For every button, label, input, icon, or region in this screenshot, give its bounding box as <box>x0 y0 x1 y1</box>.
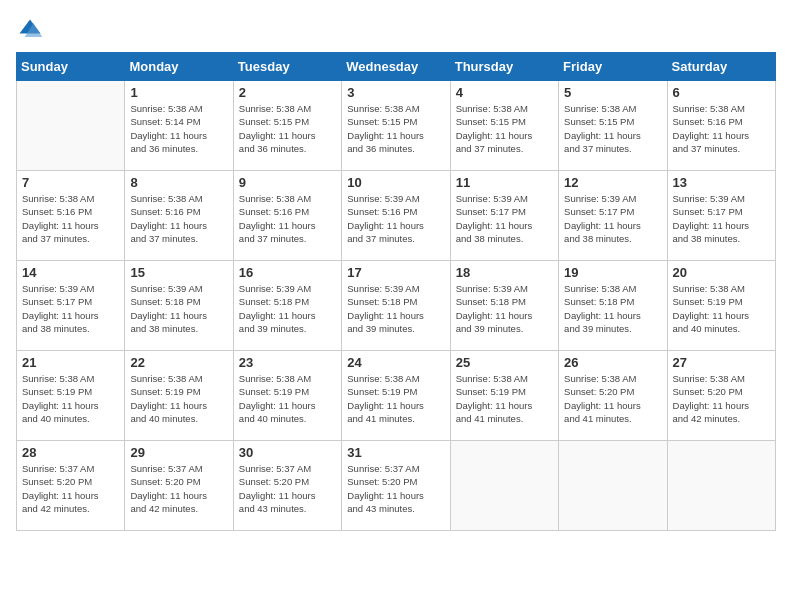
calendar-cell: 11Sunrise: 5:39 AM Sunset: 5:17 PM Dayli… <box>450 171 558 261</box>
calendar-cell: 20Sunrise: 5:38 AM Sunset: 5:19 PM Dayli… <box>667 261 775 351</box>
weekday-header-wednesday: Wednesday <box>342 53 450 81</box>
day-number: 6 <box>673 85 770 100</box>
day-number: 17 <box>347 265 444 280</box>
day-number: 18 <box>456 265 553 280</box>
day-number: 15 <box>130 265 227 280</box>
day-info: Sunrise: 5:38 AM Sunset: 5:16 PM Dayligh… <box>130 192 227 245</box>
calendar-week-row: 14Sunrise: 5:39 AM Sunset: 5:17 PM Dayli… <box>17 261 776 351</box>
day-info: Sunrise: 5:39 AM Sunset: 5:17 PM Dayligh… <box>456 192 553 245</box>
calendar-cell: 12Sunrise: 5:39 AM Sunset: 5:17 PM Dayli… <box>559 171 667 261</box>
calendar-cell: 16Sunrise: 5:39 AM Sunset: 5:18 PM Dayli… <box>233 261 341 351</box>
calendar-cell: 25Sunrise: 5:38 AM Sunset: 5:19 PM Dayli… <box>450 351 558 441</box>
calendar-cell: 24Sunrise: 5:38 AM Sunset: 5:19 PM Dayli… <box>342 351 450 441</box>
calendar-week-row: 28Sunrise: 5:37 AM Sunset: 5:20 PM Dayli… <box>17 441 776 531</box>
day-info: Sunrise: 5:37 AM Sunset: 5:20 PM Dayligh… <box>239 462 336 515</box>
day-number: 27 <box>673 355 770 370</box>
weekday-header-row: SundayMondayTuesdayWednesdayThursdayFrid… <box>17 53 776 81</box>
calendar-cell <box>559 441 667 531</box>
day-number: 13 <box>673 175 770 190</box>
day-info: Sunrise: 5:38 AM Sunset: 5:16 PM Dayligh… <box>239 192 336 245</box>
day-number: 16 <box>239 265 336 280</box>
calendar-cell: 1Sunrise: 5:38 AM Sunset: 5:14 PM Daylig… <box>125 81 233 171</box>
calendar-cell: 26Sunrise: 5:38 AM Sunset: 5:20 PM Dayli… <box>559 351 667 441</box>
day-number: 1 <box>130 85 227 100</box>
day-info: Sunrise: 5:38 AM Sunset: 5:16 PM Dayligh… <box>673 102 770 155</box>
day-info: Sunrise: 5:38 AM Sunset: 5:15 PM Dayligh… <box>347 102 444 155</box>
day-number: 8 <box>130 175 227 190</box>
day-info: Sunrise: 5:37 AM Sunset: 5:20 PM Dayligh… <box>347 462 444 515</box>
day-info: Sunrise: 5:38 AM Sunset: 5:16 PM Dayligh… <box>22 192 119 245</box>
day-info: Sunrise: 5:38 AM Sunset: 5:14 PM Dayligh… <box>130 102 227 155</box>
calendar-cell: 21Sunrise: 5:38 AM Sunset: 5:19 PM Dayli… <box>17 351 125 441</box>
day-info: Sunrise: 5:39 AM Sunset: 5:17 PM Dayligh… <box>564 192 661 245</box>
day-number: 3 <box>347 85 444 100</box>
calendar-cell: 4Sunrise: 5:38 AM Sunset: 5:15 PM Daylig… <box>450 81 558 171</box>
day-number: 2 <box>239 85 336 100</box>
calendar-cell: 31Sunrise: 5:37 AM Sunset: 5:20 PM Dayli… <box>342 441 450 531</box>
day-info: Sunrise: 5:38 AM Sunset: 5:15 PM Dayligh… <box>239 102 336 155</box>
day-number: 19 <box>564 265 661 280</box>
day-number: 4 <box>456 85 553 100</box>
calendar-cell: 30Sunrise: 5:37 AM Sunset: 5:20 PM Dayli… <box>233 441 341 531</box>
day-number: 22 <box>130 355 227 370</box>
day-info: Sunrise: 5:39 AM Sunset: 5:18 PM Dayligh… <box>347 282 444 335</box>
page-header <box>16 16 776 44</box>
day-info: Sunrise: 5:38 AM Sunset: 5:19 PM Dayligh… <box>22 372 119 425</box>
weekday-header-thursday: Thursday <box>450 53 558 81</box>
day-number: 11 <box>456 175 553 190</box>
day-info: Sunrise: 5:39 AM Sunset: 5:18 PM Dayligh… <box>130 282 227 335</box>
calendar-cell: 19Sunrise: 5:38 AM Sunset: 5:18 PM Dayli… <box>559 261 667 351</box>
day-info: Sunrise: 5:38 AM Sunset: 5:15 PM Dayligh… <box>564 102 661 155</box>
weekday-header-friday: Friday <box>559 53 667 81</box>
calendar-cell: 6Sunrise: 5:38 AM Sunset: 5:16 PM Daylig… <box>667 81 775 171</box>
day-info: Sunrise: 5:38 AM Sunset: 5:19 PM Dayligh… <box>456 372 553 425</box>
calendar-cell: 29Sunrise: 5:37 AM Sunset: 5:20 PM Dayli… <box>125 441 233 531</box>
day-number: 23 <box>239 355 336 370</box>
calendar-week-row: 1Sunrise: 5:38 AM Sunset: 5:14 PM Daylig… <box>17 81 776 171</box>
logo-icon <box>16 16 44 44</box>
day-number: 29 <box>130 445 227 460</box>
calendar-cell: 3Sunrise: 5:38 AM Sunset: 5:15 PM Daylig… <box>342 81 450 171</box>
calendar-cell: 22Sunrise: 5:38 AM Sunset: 5:19 PM Dayli… <box>125 351 233 441</box>
day-info: Sunrise: 5:39 AM Sunset: 5:16 PM Dayligh… <box>347 192 444 245</box>
day-number: 28 <box>22 445 119 460</box>
calendar-cell: 8Sunrise: 5:38 AM Sunset: 5:16 PM Daylig… <box>125 171 233 261</box>
calendar-week-row: 7Sunrise: 5:38 AM Sunset: 5:16 PM Daylig… <box>17 171 776 261</box>
day-info: Sunrise: 5:37 AM Sunset: 5:20 PM Dayligh… <box>130 462 227 515</box>
weekday-header-monday: Monday <box>125 53 233 81</box>
day-info: Sunrise: 5:38 AM Sunset: 5:19 PM Dayligh… <box>130 372 227 425</box>
day-info: Sunrise: 5:39 AM Sunset: 5:17 PM Dayligh… <box>22 282 119 335</box>
calendar-cell: 5Sunrise: 5:38 AM Sunset: 5:15 PM Daylig… <box>559 81 667 171</box>
calendar-cell: 15Sunrise: 5:39 AM Sunset: 5:18 PM Dayli… <box>125 261 233 351</box>
day-number: 24 <box>347 355 444 370</box>
calendar-table: SundayMondayTuesdayWednesdayThursdayFrid… <box>16 52 776 531</box>
day-number: 31 <box>347 445 444 460</box>
calendar-cell: 18Sunrise: 5:39 AM Sunset: 5:18 PM Dayli… <box>450 261 558 351</box>
day-info: Sunrise: 5:38 AM Sunset: 5:15 PM Dayligh… <box>456 102 553 155</box>
day-number: 20 <box>673 265 770 280</box>
day-number: 26 <box>564 355 661 370</box>
calendar-cell: 28Sunrise: 5:37 AM Sunset: 5:20 PM Dayli… <box>17 441 125 531</box>
day-info: Sunrise: 5:38 AM Sunset: 5:19 PM Dayligh… <box>239 372 336 425</box>
weekday-header-sunday: Sunday <box>17 53 125 81</box>
day-number: 12 <box>564 175 661 190</box>
day-number: 10 <box>347 175 444 190</box>
calendar-cell: 10Sunrise: 5:39 AM Sunset: 5:16 PM Dayli… <box>342 171 450 261</box>
day-info: Sunrise: 5:37 AM Sunset: 5:20 PM Dayligh… <box>22 462 119 515</box>
day-info: Sunrise: 5:38 AM Sunset: 5:18 PM Dayligh… <box>564 282 661 335</box>
day-info: Sunrise: 5:38 AM Sunset: 5:19 PM Dayligh… <box>673 282 770 335</box>
day-info: Sunrise: 5:38 AM Sunset: 5:19 PM Dayligh… <box>347 372 444 425</box>
day-info: Sunrise: 5:39 AM Sunset: 5:18 PM Dayligh… <box>456 282 553 335</box>
day-info: Sunrise: 5:38 AM Sunset: 5:20 PM Dayligh… <box>564 372 661 425</box>
calendar-cell: 14Sunrise: 5:39 AM Sunset: 5:17 PM Dayli… <box>17 261 125 351</box>
calendar-cell: 7Sunrise: 5:38 AM Sunset: 5:16 PM Daylig… <box>17 171 125 261</box>
calendar-cell <box>17 81 125 171</box>
day-info: Sunrise: 5:39 AM Sunset: 5:18 PM Dayligh… <box>239 282 336 335</box>
calendar-cell <box>450 441 558 531</box>
calendar-cell: 13Sunrise: 5:39 AM Sunset: 5:17 PM Dayli… <box>667 171 775 261</box>
day-number: 7 <box>22 175 119 190</box>
day-number: 30 <box>239 445 336 460</box>
calendar-cell: 23Sunrise: 5:38 AM Sunset: 5:19 PM Dayli… <box>233 351 341 441</box>
logo <box>16 16 48 44</box>
day-number: 5 <box>564 85 661 100</box>
